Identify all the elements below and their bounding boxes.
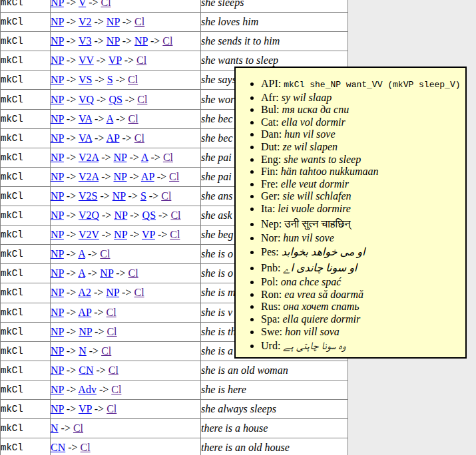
rule-link-v[interactable]: V (79, 0, 86, 8)
rule-link-v3[interactable]: V3 (79, 35, 92, 47)
rule-link-np[interactable]: NP (51, 307, 64, 318)
rule-link-va[interactable]: VA (79, 132, 92, 144)
rule-link-ap[interactable]: AP (107, 132, 120, 144)
rule-link-np[interactable]: NP (51, 0, 64, 8)
rule-link-cl[interactable]: Cl (170, 229, 180, 240)
rule-link-n[interactable]: N (51, 422, 59, 434)
rule-link-cl[interactable]: Cl (128, 113, 138, 124)
rule-link-s[interactable]: S (107, 74, 113, 85)
rule-link-np[interactable]: NP (51, 16, 64, 27)
rule-link-np[interactable]: NP (51, 287, 64, 298)
rule-link-v2a[interactable]: V2A (79, 171, 99, 182)
rule-link-vp[interactable]: VP (79, 403, 92, 414)
rule-link-np[interactable]: NP (51, 345, 64, 357)
rule-link-v2q[interactable]: V2Q (79, 210, 99, 221)
rule-link-np[interactable]: NP (51, 113, 64, 124)
rule-link-np[interactable]: NP (51, 384, 64, 395)
rule-link-vq[interactable]: VQ (79, 94, 94, 105)
rule-link-ap[interactable]: AP (78, 307, 91, 318)
rule-link-np[interactable]: NP (51, 326, 64, 337)
rule-link-a[interactable]: A (141, 152, 148, 163)
rule-link-cl[interactable]: Cl (128, 74, 138, 85)
example-cell[interactable]: there is an old house (201, 438, 348, 455)
rule-link-np[interactable]: NP (51, 403, 64, 414)
rule-link-np[interactable]: NP (51, 248, 64, 259)
rule-link-qs[interactable]: QS (109, 94, 122, 105)
rule-link-n[interactable]: N (79, 345, 87, 357)
rule-link-np[interactable]: NP (51, 35, 64, 47)
rule-link-cl[interactable]: Cl (100, 248, 110, 259)
example-cell[interactable]: she is an old woman (201, 361, 348, 380)
rule-link-cl[interactable]: Cl (161, 190, 171, 202)
rule-link-a2[interactable]: A2 (78, 287, 91, 298)
rule-link-cl[interactable]: Cl (101, 0, 111, 8)
rule-link-vp[interactable]: VP (109, 55, 122, 66)
rule-link-vs[interactable]: VS (79, 74, 92, 85)
rule-link-np[interactable]: NP (134, 35, 148, 47)
rule-link-np[interactable]: NP (51, 132, 64, 144)
rule-link-np[interactable]: NP (107, 16, 120, 27)
rule-link-v2v[interactable]: V2V (79, 229, 99, 240)
rule-link-s[interactable]: S (140, 190, 146, 202)
rule-link-cl[interactable]: Cl (163, 152, 173, 163)
rule-link-cl[interactable]: Cl (134, 287, 144, 298)
rule-link-np[interactable]: NP (51, 210, 64, 221)
rule-link-cl[interactable]: Cl (109, 365, 119, 376)
rule-link-ap[interactable]: AP (141, 171, 154, 182)
rule-link-np[interactable]: NP (106, 287, 119, 298)
rule-link-adv[interactable]: Adv (78, 384, 97, 395)
rule-link-np[interactable]: NP (51, 171, 64, 182)
rule-link-np[interactable]: NP (79, 326, 92, 337)
rule-link-np[interactable]: NP (51, 152, 64, 163)
rule-link-np[interactable]: NP (51, 229, 64, 240)
rule-link-np[interactable]: NP (114, 210, 127, 221)
rule-link-a[interactable]: A (107, 113, 114, 124)
example-cell[interactable]: she always sleeps (201, 399, 348, 418)
rule-link-vp[interactable]: VP (142, 229, 155, 240)
rule-link-np[interactable]: NP (51, 55, 64, 66)
rule-link-v2s[interactable]: V2S (79, 190, 97, 202)
rule-link-v2[interactable]: V2 (79, 16, 92, 27)
example-cell[interactable]: there is a house (201, 419, 348, 438)
rule-link-cl[interactable]: Cl (101, 345, 111, 357)
rule-link-cl[interactable]: Cl (134, 132, 144, 144)
rule-link-cl[interactable]: Cl (107, 326, 117, 337)
rule-link-cl[interactable]: Cl (128, 267, 138, 279)
example-cell[interactable]: she is here (201, 380, 348, 399)
rule-link-cl[interactable]: Cl (136, 55, 146, 66)
rule-link-cl[interactable]: Cl (73, 422, 83, 434)
rule-link-np[interactable]: NP (51, 94, 64, 105)
example-cell[interactable]: she sleeps (201, 0, 348, 13)
rule-link-np[interactable]: NP (51, 365, 64, 376)
rule-link-cl[interactable]: Cl (107, 307, 117, 318)
rule-link-np[interactable]: NP (51, 74, 64, 85)
rule-link-cl[interactable]: Cl (162, 35, 172, 47)
rule-link-np[interactable]: NP (114, 229, 127, 240)
example-cell[interactable]: she sends it to him (201, 32, 348, 51)
rule-link-np[interactable]: NP (51, 190, 64, 202)
rule-link-qs[interactable]: QS (142, 210, 156, 221)
rule-link-a[interactable]: A (78, 248, 85, 259)
rule-link-v2a[interactable]: V2A (79, 152, 99, 163)
rule-link-cn[interactable]: CN (79, 365, 93, 376)
example-cell[interactable]: she loves him (201, 13, 348, 32)
rule-link-np[interactable]: NP (114, 171, 127, 182)
function-cell: mkCl (1, 109, 51, 128)
lang-label: Urd: (261, 340, 283, 351)
rule-link-np[interactable]: NP (100, 267, 113, 279)
rule-link-np[interactable]: NP (113, 190, 126, 202)
rule-link-np[interactable]: NP (107, 35, 120, 47)
rule-link-vv[interactable]: VV (79, 55, 94, 66)
rule-link-cl[interactable]: Cl (134, 16, 144, 27)
rule-link-cl[interactable]: Cl (169, 171, 179, 182)
rule-link-cl[interactable]: Cl (111, 384, 121, 395)
rule-link-va[interactable]: VA (79, 113, 92, 124)
rule-link-cl[interactable]: Cl (81, 442, 91, 453)
rule-link-cl[interactable]: Cl (137, 94, 147, 105)
rule-link-cl[interactable]: Cl (170, 210, 180, 221)
rule-link-np[interactable]: NP (51, 267, 64, 279)
rule-link-cn[interactable]: CN (51, 442, 65, 453)
rule-link-np[interactable]: NP (114, 152, 127, 163)
rule-link-cl[interactable]: Cl (107, 403, 117, 414)
rule-link-a[interactable]: A (78, 267, 85, 279)
